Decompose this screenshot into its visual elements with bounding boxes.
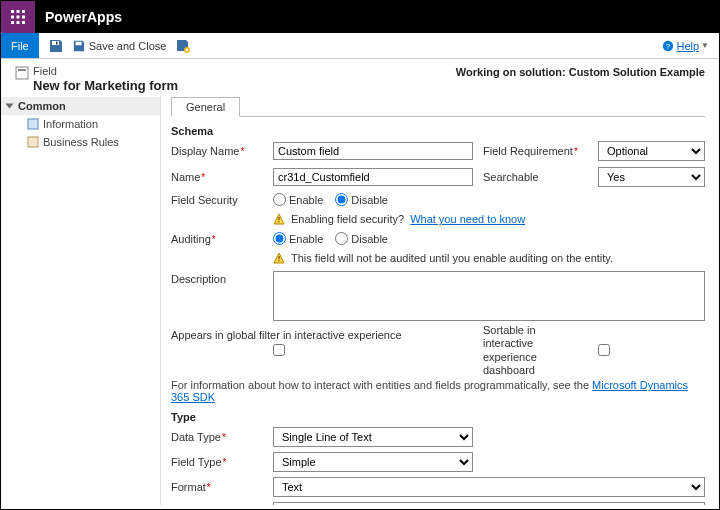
warning-icon	[273, 252, 285, 264]
svg-rect-18	[278, 221, 279, 222]
page-title: New for Marketing form	[33, 78, 456, 93]
security-link[interactable]: What you need to know	[410, 213, 525, 225]
breadcrumb: Field	[33, 65, 456, 77]
sortable-checkbox[interactable]	[598, 344, 610, 356]
field-requirement-select[interactable]: Optional	[598, 141, 705, 161]
format-label: Format*	[171, 481, 263, 493]
appears-filter-label: Appears in global filter in interactive …	[171, 329, 473, 342]
auditing-note-text: This field will not be audited until you…	[291, 252, 613, 264]
data-type-label: Data Type*	[171, 431, 263, 443]
description-label: Description	[171, 271, 263, 285]
save-and-new-button[interactable]	[176, 39, 190, 53]
save-icon	[49, 39, 63, 53]
sdk-text: For information about how to interact wi…	[171, 379, 592, 391]
display-name-label: Display Name*	[171, 145, 263, 157]
svg-rect-6	[11, 21, 14, 24]
data-type-select[interactable]: Single Line of Text	[273, 427, 473, 447]
sidebar-item-business-rules[interactable]: Business Rules	[1, 133, 160, 151]
app-launcher-button[interactable]	[1, 1, 35, 33]
svg-rect-3	[11, 16, 14, 19]
svg-rect-5	[22, 16, 25, 19]
brand-label: PowerApps	[35, 9, 122, 25]
toolbar: File Save and Close ? Help ▼	[1, 33, 719, 59]
expand-icon	[6, 104, 14, 109]
svg-rect-8	[22, 21, 25, 24]
auditing-enable[interactable]: Enable	[273, 232, 323, 245]
format-select[interactable]: Text	[273, 477, 705, 497]
svg-rect-17	[278, 217, 279, 220]
sidebar-common-label: Common	[18, 100, 66, 112]
description-textarea[interactable]	[273, 271, 705, 321]
name-input[interactable]	[273, 168, 473, 186]
svg-text:?: ?	[666, 41, 670, 50]
svg-rect-16	[28, 137, 38, 147]
sidebar-item-common[interactable]: Common	[1, 97, 160, 115]
max-length-input[interactable]	[273, 502, 705, 505]
field-security-enable[interactable]: Enable	[273, 193, 323, 206]
field-icon	[15, 66, 29, 80]
svg-rect-9	[56, 41, 58, 44]
sortable-label: Sortable in interactive experience dashb…	[483, 324, 588, 377]
help-icon: ?	[662, 40, 674, 52]
save-close-icon	[73, 40, 85, 52]
field-security-label: Field Security	[171, 194, 263, 206]
svg-rect-7	[17, 21, 20, 24]
field-requirement-label: Field Requirement*	[483, 145, 588, 157]
help-label: Help	[676, 40, 699, 52]
schema-heading: Schema	[171, 125, 705, 137]
waffle-icon	[11, 10, 25, 24]
svg-rect-0	[11, 10, 14, 13]
svg-rect-13	[16, 67, 28, 79]
chevron-down-icon: ▼	[701, 41, 709, 50]
sidebar-rules-label: Business Rules	[43, 136, 119, 148]
svg-rect-14	[18, 69, 26, 71]
searchable-label: Searchable	[483, 171, 588, 183]
solution-context: Working on solution: Custom Solution Exa…	[456, 65, 705, 78]
field-security-disable[interactable]: Disable	[335, 193, 388, 206]
field-type-select[interactable]: Simple	[273, 452, 473, 472]
appears-filter-checkbox[interactable]	[273, 344, 285, 356]
main-panel: General Schema Display Name* Field Requi…	[161, 95, 719, 505]
svg-rect-1	[17, 10, 20, 13]
save-button[interactable]	[49, 39, 63, 53]
sidebar: Common Information Business Rules	[1, 95, 161, 505]
svg-rect-15	[28, 119, 38, 129]
name-label: Name*	[171, 171, 263, 183]
tab-strip: General	[171, 95, 705, 117]
auditing-label: Auditing*	[171, 233, 263, 245]
rules-icon	[27, 136, 39, 148]
sidebar-item-information[interactable]: Information	[1, 115, 160, 133]
app-topbar: PowerApps	[1, 1, 719, 33]
svg-rect-19	[278, 256, 279, 259]
svg-rect-2	[22, 10, 25, 13]
sidebar-info-label: Information	[43, 118, 98, 130]
save-and-close-button[interactable]: Save and Close	[73, 40, 167, 52]
field-type-label: Field Type*	[171, 456, 263, 468]
security-note-text: Enabling field security?	[291, 213, 404, 225]
help-link[interactable]: ? Help ▼	[662, 33, 709, 58]
warning-icon	[273, 213, 285, 225]
searchable-select[interactable]: Yes	[598, 167, 705, 187]
save-new-icon	[176, 39, 190, 53]
svg-rect-4	[17, 16, 20, 19]
form-icon	[27, 118, 39, 130]
type-heading: Type	[171, 411, 705, 423]
page-header: Field New for Marketing form Working on …	[1, 59, 719, 95]
auditing-disable[interactable]: Disable	[335, 232, 388, 245]
display-name-input[interactable]	[273, 142, 473, 160]
tab-general[interactable]: General	[171, 97, 240, 117]
save-close-label: Save and Close	[89, 40, 167, 52]
file-menu-button[interactable]: File	[1, 33, 39, 58]
svg-rect-20	[278, 260, 279, 261]
